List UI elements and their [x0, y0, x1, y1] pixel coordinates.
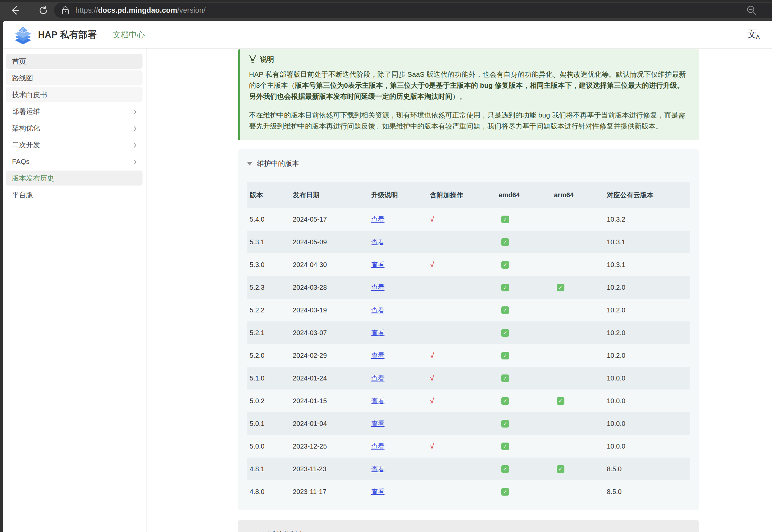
note-p1-post: ）。 — [452, 92, 466, 100]
sidebar-item-label: 版本发布历史 — [12, 174, 54, 183]
sidebar-nav: 首页 › 路线图 › 技术白皮书 › 部署运维 › 架构优化 › — [3, 49, 147, 532]
note-paragraph-2: 不在维护中的版本目前依然可下载到相关资源，现有环境也依然可正常使用，只是遇到的功… — [249, 109, 689, 131]
view-link[interactable]: 查看 — [371, 329, 384, 336]
version-cell: 5.4.0 — [247, 216, 290, 223]
sidebar-item-FAQs[interactable]: FAQs › — [6, 154, 143, 169]
view-link[interactable]: 查看 — [371, 238, 384, 246]
view-link[interactable]: 查看 — [371, 443, 384, 450]
table-row: 5.2.3 2024-03-28 查看 √ ✓ ✓ 10.2.0 — [247, 276, 690, 299]
view-link[interactable]: 查看 — [371, 374, 384, 382]
lightbulb-icon — [249, 55, 256, 64]
translate-language-icon[interactable]: 文A — [747, 30, 761, 39]
app-title: HAP 私有部署 — [38, 29, 97, 41]
sidebar-item-首页[interactable]: 首页 › — [6, 54, 143, 69]
maintained-section-toggle[interactable]: 维护中的版本 — [247, 149, 690, 170]
nav-doc-center-link[interactable]: 文档中心 — [113, 29, 145, 40]
table-row: 5.2.2 2024-03-19 查看 √ ✓ ✓ 10.2.0 — [247, 299, 690, 321]
sidebar-item-label: FAQs — [12, 158, 30, 166]
extra-ops-mark: √ — [430, 442, 434, 451]
page: 明 HAP 私有部署 文档中心 文A 首页 › 路线图 › 技术白皮书 › — [3, 21, 772, 532]
view-link[interactable]: 查看 — [371, 420, 384, 427]
cloud-version-cell: 10.2.0 — [604, 329, 690, 337]
release-date-cell: 2024-01-04 — [290, 420, 368, 428]
amd64-checkbox-icon: ✓ — [501, 216, 509, 223]
view-link[interactable]: 查看 — [371, 352, 384, 359]
app-header: 明 HAP 私有部署 文档中心 文A — [3, 21, 772, 49]
cloud-version-cell: 10.0.0 — [604, 397, 690, 405]
amd64-checkbox-icon: ✓ — [501, 420, 509, 428]
view-link[interactable]: 查看 — [371, 465, 384, 473]
table-row: 5.4.0 2024-05-17 查看 √ ✓ ✓ 10.3.2 — [247, 208, 690, 231]
col-header-extra-ops: 含附加操作 — [427, 191, 496, 200]
view-link[interactable]: 查看 — [371, 306, 384, 314]
cloud-version-cell: 8.5.0 — [604, 465, 690, 473]
reload-button[interactable] — [36, 3, 51, 18]
col-header-amd64: amd64 — [496, 191, 551, 199]
amd64-checkbox-icon: ✓ — [501, 261, 509, 269]
extra-ops-mark: √ — [430, 215, 434, 224]
release-date-cell: 2024-03-07 — [290, 329, 368, 337]
sidebar-item-label: 首页 — [12, 57, 26, 66]
maintained-section-title: 维护中的版本 — [257, 159, 299, 168]
col-header-cloud-version: 对应公有云版本 — [604, 191, 690, 200]
view-link[interactable]: 查看 — [371, 397, 384, 405]
translate-cjk-glyph: 文 — [747, 30, 756, 39]
amd64-checkbox-icon: ✓ — [501, 397, 509, 405]
table-row: 5.3.1 2024-05-09 查看 √ ✓ ✓ 10.3.1 — [247, 231, 690, 253]
version-cell: 4.8.0 — [247, 488, 290, 496]
unmaintained-versions-panel: 不再维护的版本 — [238, 520, 699, 532]
view-link[interactable]: 查看 — [371, 284, 384, 291]
col-header-version: 版本 — [247, 191, 290, 200]
view-link[interactable]: 查看 — [371, 488, 384, 495]
cloud-version-cell: 10.0.0 — [604, 420, 690, 428]
sidebar-item-架构优化[interactable]: 架构优化 › — [6, 120, 143, 136]
release-date-cell: 2024-01-15 — [290, 397, 368, 405]
zoom-out-button[interactable] — [745, 3, 759, 17]
sidebar-item-label: 技术白皮书 — [12, 90, 47, 99]
unmaintained-section-title: 不再维护的版本 — [255, 530, 304, 532]
chevron-right-icon: › — [134, 122, 137, 134]
svg-text:明: 明 — [21, 27, 25, 32]
sidebar-item-部署运维[interactable]: 部署运维 › — [6, 104, 143, 119]
triangle-down-icon — [247, 162, 252, 166]
table-row: 5.0.0 2023-12-25 查看 √ ✓ ✓ 10.0.0 — [247, 435, 690, 458]
view-link[interactable]: 查看 — [371, 216, 384, 223]
sidebar-item-二次开发[interactable]: 二次开发 › — [6, 137, 143, 152]
note-admonition: 说明 HAP 私有部署版目前处于不断迭代阶段，除了同步 SaaS 版迭代的功能外… — [238, 49, 699, 140]
address-bar[interactable]: https://docs.pd.mingdao.com/version/ — [54, 3, 772, 18]
table-row: 4.8.1 2023-11-23 查看 √ ✓ ✓ 8.5.0 — [247, 458, 690, 480]
version-cell: 5.2.1 — [247, 329, 290, 337]
note-paragraph-1: HAP 私有部署版目前处于不断迭代阶段，除了同步 SaaS 版迭代的功能外，也会… — [249, 69, 689, 102]
release-date-cell: 2023-11-17 — [290, 488, 368, 496]
version-cell: 5.3.1 — [247, 238, 290, 246]
cloud-version-cell: 8.5.0 — [604, 488, 690, 496]
note-title-row: 说明 — [249, 54, 689, 65]
url-path: /version/ — [177, 6, 206, 14]
table-body: 5.4.0 2024-05-17 查看 √ ✓ ✓ 10.3.2 5.3.1 2… — [247, 208, 690, 503]
lock-icon — [61, 6, 69, 15]
table-row: 4.8.0 2023-11-17 查看 √ ✓ ✓ 8.5.0 — [247, 480, 690, 503]
sidebar-item-label: 平台版 — [12, 190, 33, 200]
release-date-cell: 2024-03-19 — [290, 306, 368, 314]
chevron-right-icon: › — [134, 106, 137, 117]
view-link[interactable]: 查看 — [371, 261, 384, 268]
zoom-out-icon — [746, 5, 757, 16]
cloud-version-cell: 10.0.0 — [604, 374, 690, 382]
cloud-version-cell: 10.2.0 — [604, 352, 690, 359]
version-cell: 5.1.0 — [247, 374, 290, 382]
release-date-cell: 2023-11-23 — [290, 465, 368, 473]
sidebar-item-版本发布历史[interactable]: 版本发布历史 › — [6, 171, 143, 186]
sidebar-item-技术白皮书[interactable]: 技术白皮书 › — [6, 87, 143, 102]
back-arrow-icon — [10, 5, 20, 15]
amd64-checkbox-icon: ✓ — [501, 352, 509, 359]
back-button[interactable] — [7, 3, 22, 18]
table-row: 5.3.0 2024-04-30 查看 √ ✓ ✓ 10.3.1 — [247, 253, 690, 276]
cloud-version-cell: 10.2.0 — [604, 284, 690, 291]
sidebar-item-路线图[interactable]: 路线图 › — [6, 70, 143, 85]
extra-ops-mark: √ — [430, 396, 434, 405]
cloud-version-cell: 10.3.1 — [604, 261, 690, 269]
release-date-cell: 2024-05-17 — [290, 216, 368, 223]
unmaintained-section-toggle[interactable]: 不再维护的版本 — [247, 520, 690, 532]
sidebar-item-平台版[interactable]: 平台版 › — [6, 187, 143, 202]
amd64-checkbox-icon: ✓ — [501, 374, 509, 382]
